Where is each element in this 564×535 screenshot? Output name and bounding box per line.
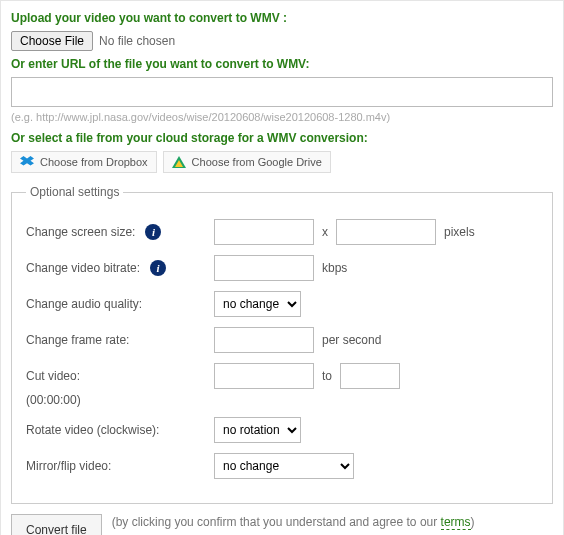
rotate-select[interactable]: no rotation (214, 417, 301, 443)
cloud-row: Choose from Dropbox Choose from Google D… (11, 151, 553, 173)
screen-height-input[interactable] (336, 219, 436, 245)
row-cut: Cut video: to (26, 363, 538, 389)
bitrate-unit: kbps (322, 261, 347, 275)
info-icon[interactable]: i (150, 260, 166, 276)
screen-width-input[interactable] (214, 219, 314, 245)
info-icon[interactable]: i (145, 224, 161, 240)
framerate-label: Change frame rate: (26, 333, 206, 347)
screen-unit: pixels (444, 225, 475, 239)
file-row: Choose File No file chosen (11, 31, 553, 51)
optional-settings: Optional settings Change screen size: i … (11, 185, 553, 504)
gdrive-label: Choose from Google Drive (192, 156, 322, 168)
audio-label: Change audio quality: (26, 297, 206, 311)
heading-upload: Upload your video you want to convert to… (11, 11, 553, 25)
row-bitrate: Change video bitrate: i kbps (26, 255, 538, 281)
terms-link[interactable]: terms (441, 515, 471, 530)
bitrate-input[interactable] (214, 255, 314, 281)
dropbox-icon (20, 156, 34, 168)
screen-x: x (322, 225, 328, 239)
cut-from-input[interactable] (214, 363, 314, 389)
framerate-unit: per second (322, 333, 381, 347)
row-audio: Change audio quality: no change (26, 291, 538, 317)
convert-button[interactable]: Convert file (11, 514, 102, 535)
framerate-input[interactable] (214, 327, 314, 353)
file-status: No file chosen (99, 34, 175, 48)
cut-label: Cut video: (26, 369, 206, 383)
cut-to-input[interactable] (340, 363, 400, 389)
row-mirror: Mirror/flip video: no change (26, 453, 538, 479)
gdrive-button[interactable]: Choose from Google Drive (163, 151, 331, 173)
dropbox-label: Choose from Dropbox (40, 156, 148, 168)
row-rotate: Rotate video (clockwise): no rotation (26, 417, 538, 443)
choose-file-button[interactable]: Choose File (11, 31, 93, 51)
url-hint: (e.g. http://www.jpl.nasa.gov/videos/wis… (11, 111, 553, 123)
dropbox-button[interactable]: Choose from Dropbox (11, 151, 157, 173)
row-screen-size: Change screen size: i x pixels (26, 219, 538, 245)
heading-cloud: Or select a file from your cloud storage… (11, 131, 553, 145)
google-drive-icon (172, 156, 186, 168)
url-input[interactable] (11, 77, 553, 107)
submit-row: Convert file (by clicking you confirm th… (11, 514, 553, 535)
form-container: Upload your video you want to convert to… (0, 0, 564, 535)
optional-settings-legend: Optional settings (26, 185, 123, 199)
screen-size-label: Change screen size: i (26, 224, 206, 240)
bitrate-label: Change video bitrate: i (26, 260, 206, 276)
mirror-select[interactable]: no change (214, 453, 354, 479)
cut-to-text: to (322, 369, 332, 383)
row-framerate: Change frame rate: per second (26, 327, 538, 353)
heading-url: Or enter URL of the file you want to con… (11, 57, 553, 71)
rotate-label: Rotate video (clockwise): (26, 423, 206, 437)
terms-note: (by clicking you confirm that you unders… (112, 514, 475, 531)
mirror-label: Mirror/flip video: (26, 459, 206, 473)
cut-hint: (00:00:00) (26, 393, 538, 407)
audio-select[interactable]: no change (214, 291, 301, 317)
